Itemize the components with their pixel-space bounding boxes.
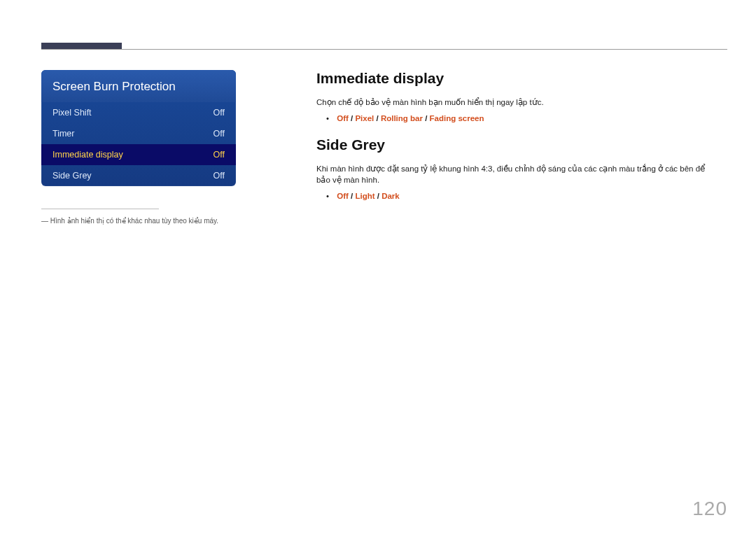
heading-side-grey: Side Grey	[316, 136, 715, 153]
menu-item-immediate-display[interactable]: Immediate display Off	[41, 144, 236, 165]
menu-item-pixel-shift[interactable]: Pixel Shift Off	[41, 102, 236, 123]
options-immediate-display: Off / Pixel / Rolling bar / Fading scree…	[326, 114, 715, 122]
desc-immediate-display: Chọn chế độ bảo vệ màn hình bạn muốn hiể…	[316, 97, 715, 108]
option-separator: /	[349, 114, 356, 122]
menu-title: Screen Burn Protection	[41, 70, 236, 102]
desc-side-grey: Khi màn hình được đặt sang tỷ lệ khung h…	[316, 163, 715, 186]
option-fading-screen: Fading screen	[430, 114, 484, 122]
bullet-icon	[326, 192, 335, 200]
bullet-icon	[326, 114, 335, 122]
menu-item-label: Timer	[52, 129, 74, 139]
menu-item-side-grey[interactable]: Side Grey Off	[41, 165, 236, 186]
header-tab-accent	[41, 43, 122, 49]
option-dark: Dark	[382, 192, 400, 200]
option-separator: /	[375, 192, 382, 200]
menu-item-timer[interactable]: Timer Off	[41, 123, 236, 144]
option-off: Off	[337, 114, 349, 122]
option-separator: /	[374, 114, 381, 122]
content-area: Immediate display Chọn chế độ bảo vệ màn…	[316, 70, 715, 214]
menu-item-value: Off	[214, 150, 225, 160]
option-separator: /	[349, 192, 356, 200]
menu-item-label: Side Grey	[52, 171, 92, 181]
menu-item-value: Off	[214, 171, 225, 181]
menu-item-label: Pixel Shift	[52, 108, 92, 118]
footnote-text: ― Hình ảnh hiển thị có thể khác nhau tùy…	[41, 217, 251, 225]
page-number: 120	[692, 498, 727, 520]
menu-item-value: Off	[214, 108, 225, 118]
options-side-grey: Off / Light / Dark	[326, 192, 715, 200]
menu-item-label: Immediate display	[52, 150, 123, 160]
option-pixel: Pixel	[355, 114, 374, 122]
page-root: Screen Burn Protection Pixel Shift Off T…	[0, 0, 756, 534]
option-light: Light	[355, 192, 374, 200]
option-separator: /	[423, 114, 430, 122]
menu-item-value: Off	[214, 129, 225, 139]
option-rolling-bar: Rolling bar	[381, 114, 423, 122]
heading-immediate-display: Immediate display	[316, 70, 715, 87]
option-off: Off	[337, 192, 349, 200]
menu-panel-screen-burn-protection: Screen Burn Protection Pixel Shift Off T…	[41, 70, 236, 186]
footnote-divider	[41, 209, 159, 209]
header-horizontal-rule	[41, 49, 727, 50]
